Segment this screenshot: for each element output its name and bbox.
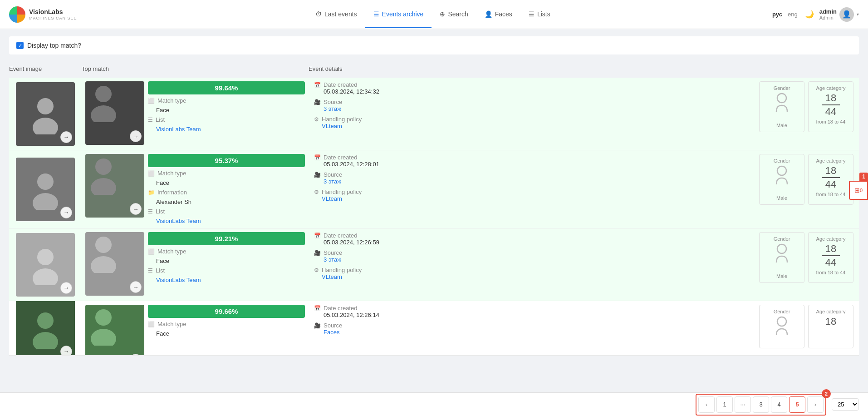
age-card: Age category 18 bbox=[808, 305, 853, 348]
gender-card: Gender Male bbox=[759, 232, 804, 283]
source-icon: 🎥 bbox=[314, 250, 321, 256]
lang-eng[interactable]: eng bbox=[786, 10, 799, 19]
source-value[interactable]: Faces bbox=[324, 329, 342, 336]
events-list: → → 99.64% ⬜ Match type Face bbox=[9, 78, 859, 356]
filter-badge[interactable]: 1 bbox=[859, 173, 868, 181]
date-block: Date created 05.03.2024, 12:28:01 bbox=[324, 154, 379, 168]
source-row: 🎥 Source 3 этаж bbox=[314, 171, 755, 185]
match-type-value: Face bbox=[156, 107, 169, 114]
nav-faces[interactable]: 👤 Faces bbox=[476, 1, 520, 28]
avatar: 👤 bbox=[839, 7, 854, 22]
match-face-image: → bbox=[85, 81, 144, 145]
nav-search[interactable]: ⊕ Search bbox=[432, 1, 476, 28]
match-image-go-btn[interactable]: → bbox=[130, 281, 142, 293]
policy-icon: ⚙ bbox=[314, 267, 319, 273]
age-from: 18 bbox=[825, 165, 836, 176]
match-type-value-row: Face bbox=[148, 258, 305, 264]
list-label: List bbox=[156, 208, 165, 215]
user-menu[interactable]: admin Admin 👤 ▾ bbox=[819, 7, 859, 22]
match-image-go-btn[interactable]: → bbox=[130, 203, 142, 215]
event-image-go-btn[interactable]: → bbox=[60, 282, 72, 294]
list-value[interactable]: VisionLabs Team bbox=[156, 218, 201, 224]
top-match-cell: → 95.37% ⬜ Match type Face 📁 Information bbox=[82, 150, 309, 228]
logo[interactable]: VisionLabs MACHINES CAN SEE bbox=[9, 6, 77, 23]
header-event-details: Event details bbox=[309, 65, 859, 72]
match-list-value-row: VisionLabs Team bbox=[148, 126, 305, 133]
header-top-match: Top match bbox=[82, 65, 309, 72]
policy-value[interactable]: VLteam bbox=[322, 123, 362, 129]
match-type-row: ⬜ Match type bbox=[148, 248, 305, 255]
svg-point-9 bbox=[777, 166, 786, 175]
match-image-go-btn[interactable]: → bbox=[130, 130, 142, 142]
gender-value: Male bbox=[776, 273, 787, 279]
date-value: 05.03.2024, 12:28:01 bbox=[324, 161, 379, 168]
age-to: 44 bbox=[825, 179, 836, 190]
gender-card: Gender bbox=[759, 305, 804, 348]
nav-events-archive[interactable]: ☰ Events archive bbox=[365, 1, 432, 28]
nav-last-events[interactable]: ⏱ Last events bbox=[307, 1, 365, 28]
match-image-go-btn[interactable]: → bbox=[130, 354, 142, 356]
match-details: 99.66% ⬜ Match type Face bbox=[148, 305, 305, 337]
event-image-go-btn[interactable]: → bbox=[60, 346, 72, 356]
svg-point-1 bbox=[33, 118, 58, 134]
svg-point-4 bbox=[777, 94, 786, 103]
display-top-match-label[interactable]: Display top match? bbox=[27, 42, 81, 49]
age-card: Age category 18 44 from 18 to 44 bbox=[808, 154, 853, 205]
gender-icon bbox=[773, 243, 791, 272]
date-label: Date created bbox=[324, 232, 379, 239]
header-event-image: Event image bbox=[9, 65, 82, 72]
top-match-cell: → 99.21% ⬜ Match type Face ☰ List bbox=[82, 228, 309, 301]
policy-label: Handling policy bbox=[322, 267, 362, 273]
policy-value[interactable]: VLteam bbox=[322, 195, 362, 202]
svg-point-5 bbox=[37, 173, 54, 190]
match-info-row: 📁 Information bbox=[148, 189, 305, 196]
match-type-row: ⬜ Match type bbox=[148, 170, 305, 177]
event-image-cell: → bbox=[9, 301, 82, 355]
event-image-cell: → bbox=[9, 228, 82, 301]
nav-lists[interactable]: ☰ Lists bbox=[520, 1, 559, 28]
archive-icon: ☰ bbox=[373, 10, 379, 18]
gender-card-title: Gender bbox=[774, 85, 790, 91]
policy-row: ⚙ Handling policy VLteam bbox=[314, 116, 755, 129]
event-details-cell: 📅 Date created 05.03.2024, 12:28:01 🎥 So… bbox=[309, 150, 859, 228]
event-info: 📅 Date created 05.03.2024, 12:26:59 🎥 So… bbox=[314, 232, 755, 280]
svg-point-19 bbox=[777, 317, 786, 326]
svg-point-8 bbox=[91, 178, 116, 195]
filter-button[interactable]: ⊞ 0 bbox=[849, 181, 868, 200]
source-value[interactable]: 3 этаж bbox=[324, 105, 342, 112]
svg-point-13 bbox=[91, 256, 116, 273]
age-to: 44 bbox=[825, 257, 836, 268]
age-range: from 18 to 44 bbox=[816, 192, 846, 197]
match-type-icon: ⬜ bbox=[148, 248, 155, 255]
match-score: 99.21% bbox=[148, 232, 305, 245]
event-image-go-btn[interactable]: → bbox=[60, 131, 72, 143]
filter-icon: ⊞ bbox=[854, 187, 860, 194]
match-type-label: Match type bbox=[157, 321, 186, 327]
gender-age-cards: Gender Male Age category 18 44 f bbox=[759, 154, 853, 205]
event-image-cell: → bbox=[9, 150, 82, 228]
match-type-label: Match type bbox=[157, 170, 186, 177]
svg-point-6 bbox=[33, 193, 58, 210]
table-row: → → 99.66% ⬜ Match type Face bbox=[9, 301, 859, 356]
policy-value[interactable]: VLteam bbox=[322, 273, 362, 280]
list-label: List bbox=[156, 116, 165, 123]
user-role: Admin bbox=[819, 15, 837, 20]
gender-icon bbox=[773, 316, 791, 344]
policy-label: Handling policy bbox=[322, 116, 362, 123]
match-list-row: ☰ List bbox=[148, 116, 305, 123]
svg-point-2 bbox=[95, 86, 112, 102]
list-value[interactable]: VisionLabs Team bbox=[156, 277, 201, 283]
display-top-match-checkbox[interactable]: ✓ bbox=[16, 42, 24, 49]
dark-mode-toggle[interactable]: 🌙 bbox=[805, 10, 814, 19]
svg-point-7 bbox=[95, 158, 112, 175]
lang-rus[interactable]: рус bbox=[770, 10, 784, 19]
age-from: 18 bbox=[825, 316, 836, 327]
match-list-row: ☰ List bbox=[148, 208, 305, 215]
list-value[interactable]: VisionLabs Team bbox=[156, 126, 201, 133]
source-value[interactable]: 3 этаж bbox=[324, 256, 342, 263]
source-label: Source bbox=[324, 99, 342, 105]
gender-value: Male bbox=[776, 195, 787, 201]
event-image-go-btn[interactable]: → bbox=[60, 207, 72, 218]
policy-block: Handling policy VLteam bbox=[322, 116, 362, 129]
source-value[interactable]: 3 этаж bbox=[324, 178, 342, 185]
